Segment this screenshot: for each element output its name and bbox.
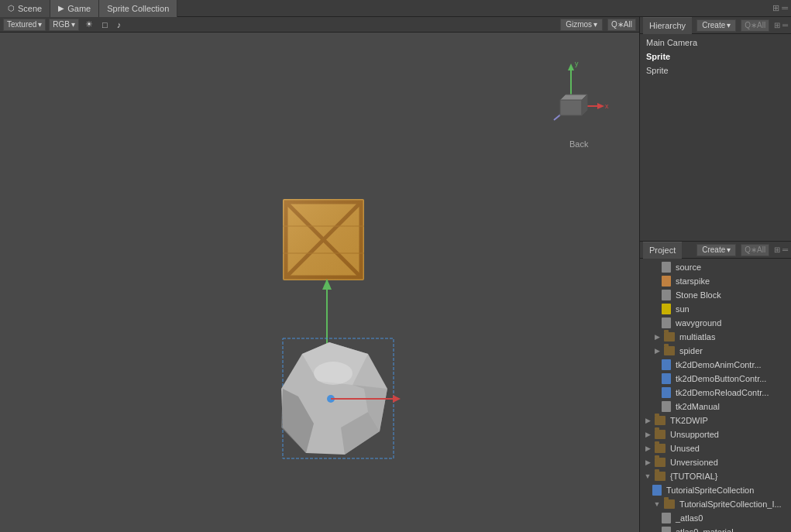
right-panel: Hierarchy Create ▾ Q∗All ⊞ ═ Main Camera bbox=[639, 17, 791, 532]
project-create-label: Create bbox=[702, 245, 725, 254]
tree-arrow-icon: ▶ bbox=[643, 458, 652, 467]
sun-toggle[interactable]: ☀ bbox=[82, 18, 96, 32]
project-item[interactable]: ▶TK2DWIP bbox=[640, 414, 791, 427]
project-item-label: TK2DWIP bbox=[670, 416, 708, 425]
tree-arrow-icon: ▶ bbox=[652, 332, 662, 342]
tab-maximize: ⊞ ═ bbox=[769, 3, 791, 13]
hierarchy-title: Hierarchy bbox=[649, 21, 686, 30]
view-mode-arrow: ▾ bbox=[38, 20, 42, 29]
main-layout: Textured ▾ RGB ▾ ☀ □ ♪ Gizmos ▾ Q∗All bbox=[0, 17, 791, 532]
scene-search-placeholder: Q∗All bbox=[611, 20, 632, 29]
project-item[interactable]: ▶Unused bbox=[640, 441, 791, 455]
hierarchy-item-main-camera[interactable]: Main Camera bbox=[640, 36, 791, 50]
project-item[interactable]: ▶Unsupported bbox=[640, 427, 791, 441]
hierarchy-search[interactable]: Q∗All bbox=[741, 19, 769, 32]
project-item[interactable]: ▶spider bbox=[640, 344, 791, 358]
hierarchy-item-sprite-1[interactable]: Sprite bbox=[640, 50, 791, 63]
project-item[interactable]: tk2dDemoAnimContr... bbox=[640, 358, 791, 372]
hierarchy-sprite1-label: Sprite bbox=[646, 52, 670, 61]
project-item-label: Unused bbox=[670, 444, 700, 453]
scene-viewport[interactable]: y x bbox=[0, 33, 639, 532]
tab-game-label: Game bbox=[67, 4, 91, 13]
folder-icon bbox=[655, 444, 665, 453]
file-icon bbox=[662, 527, 671, 532]
tab-hierarchy[interactable]: Hierarchy bbox=[643, 17, 692, 34]
tab-sprite-collection-label: Sprite Collection bbox=[107, 4, 169, 13]
hierarchy-tab-bar: Hierarchy Create ▾ Q∗All ⊞ ═ bbox=[640, 17, 791, 34]
tree-arrow-icon: ▼ bbox=[652, 499, 662, 509]
project-item[interactable]: tk2dDemoButtonContr... bbox=[640, 372, 791, 386]
project-item[interactable]: Stone Block bbox=[640, 288, 791, 302]
project-item-label: source bbox=[676, 263, 701, 272]
tab-bar: ⬡ Scene ▶ Game Sprite Collection ⊞ ═ bbox=[0, 0, 791, 17]
hierarchy-create-label: Create bbox=[702, 21, 725, 29]
project-item-label: Unsupported bbox=[670, 430, 719, 439]
svg-text:Back: Back bbox=[569, 139, 589, 149]
project-item[interactable]: atlas0_material bbox=[640, 525, 791, 532]
project-item[interactable]: sun bbox=[640, 302, 791, 316]
file-icon bbox=[662, 290, 671, 300]
project-item-label: Unversioned bbox=[670, 458, 718, 467]
svg-point-29 bbox=[314, 362, 353, 385]
hierarchy-create-arrow: ▾ bbox=[727, 21, 731, 29]
project-title: Project bbox=[649, 245, 676, 255]
rect-toggle[interactable]: □ bbox=[99, 18, 111, 32]
tab-scene[interactable]: ⬡ Scene bbox=[0, 0, 50, 17]
hierarchy-section: Hierarchy Create ▾ Q∗All ⊞ ═ Main Camera bbox=[640, 17, 791, 242]
folder-icon bbox=[655, 416, 665, 425]
project-tab-bar: Project Create ▾ Q∗All ⊞ ═ bbox=[640, 242, 791, 259]
project-item-label: TutorialSpriteCollection_I... bbox=[679, 499, 782, 509]
project-item[interactable]: starspike bbox=[640, 274, 791, 288]
hierarchy-sprite2-label: Sprite bbox=[646, 66, 669, 75]
hierarchy-create-button[interactable]: Create ▾ bbox=[696, 19, 736, 32]
project-item[interactable]: TutorialSpriteCollection bbox=[640, 483, 791, 497]
project-expand[interactable]: ⊞ ═ bbox=[774, 245, 788, 254]
project-item-label: tk2dManual bbox=[676, 402, 720, 411]
color-mode-label: RGB bbox=[53, 20, 70, 29]
tab-sprite-collection[interactable]: Sprite Collection bbox=[99, 0, 177, 17]
file-icon bbox=[662, 513, 671, 523]
game-icon: ▶ bbox=[58, 4, 64, 12]
file-icon bbox=[662, 304, 671, 314]
file-icon bbox=[662, 262, 671, 273]
project-item[interactable]: ▼TutorialSpriteCollection_I... bbox=[640, 497, 791, 511]
project-item[interactable]: wavyground bbox=[640, 316, 791, 330]
project-item[interactable]: ▶Unversioned bbox=[640, 455, 791, 469]
hierarchy-search-placeholder: Q∗All bbox=[745, 21, 765, 29]
audio-toggle[interactable]: ♪ bbox=[114, 18, 125, 32]
file-icon bbox=[662, 401, 671, 412]
project-item[interactable]: ▼{TUTORIAL} bbox=[640, 469, 791, 483]
hierarchy-expand[interactable]: ⊞ ═ bbox=[774, 21, 788, 29]
file-icon bbox=[652, 485, 662, 496]
tree-arrow-icon: ▶ bbox=[652, 346, 662, 355]
folder-icon bbox=[655, 458, 665, 467]
project-item-label: wavyground bbox=[676, 318, 721, 328]
svg-rect-20 bbox=[283, 199, 364, 280]
tree-arrow-icon: ▼ bbox=[643, 472, 652, 481]
scene-search[interactable]: Q∗All bbox=[607, 19, 636, 31]
scene-svg: y x bbox=[0, 33, 639, 532]
project-item-label: tk2dDemoReloadContr... bbox=[676, 388, 769, 397]
view-mode-dropdown[interactable]: Textured ▾ bbox=[3, 19, 46, 31]
project-item[interactable]: source bbox=[640, 260, 791, 274]
project-item[interactable]: tk2dDemoReloadContr... bbox=[640, 386, 791, 400]
folder-icon bbox=[664, 332, 675, 342]
project-search[interactable]: Q∗All bbox=[741, 244, 769, 256]
color-mode-dropdown[interactable]: RGB ▾ bbox=[49, 19, 79, 31]
gizmos-button[interactable]: Gizmos ▾ bbox=[560, 19, 603, 31]
tree-arrow-icon: ▶ bbox=[643, 444, 652, 453]
project-item[interactable]: _atlas0 bbox=[640, 511, 791, 525]
tree-arrow-icon: ▶ bbox=[643, 430, 652, 439]
svg-text:y: y bbox=[575, 60, 579, 67]
hierarchy-content: Main Camera Sprite Sprite bbox=[640, 34, 791, 241]
project-item[interactable]: tk2dManual bbox=[640, 400, 791, 414]
tab-game[interactable]: ▶ Game bbox=[50, 0, 99, 17]
file-icon bbox=[662, 276, 671, 287]
svg-rect-0 bbox=[0, 33, 639, 532]
tab-project[interactable]: Project bbox=[643, 242, 682, 259]
file-icon bbox=[662, 373, 671, 384]
project-create-button[interactable]: Create ▾ bbox=[696, 244, 736, 256]
hierarchy-item-sprite-2[interactable]: Sprite bbox=[640, 63, 791, 77]
project-item[interactable]: ▶multiatlas bbox=[640, 330, 791, 344]
tab-scene-label: Scene bbox=[18, 4, 42, 13]
